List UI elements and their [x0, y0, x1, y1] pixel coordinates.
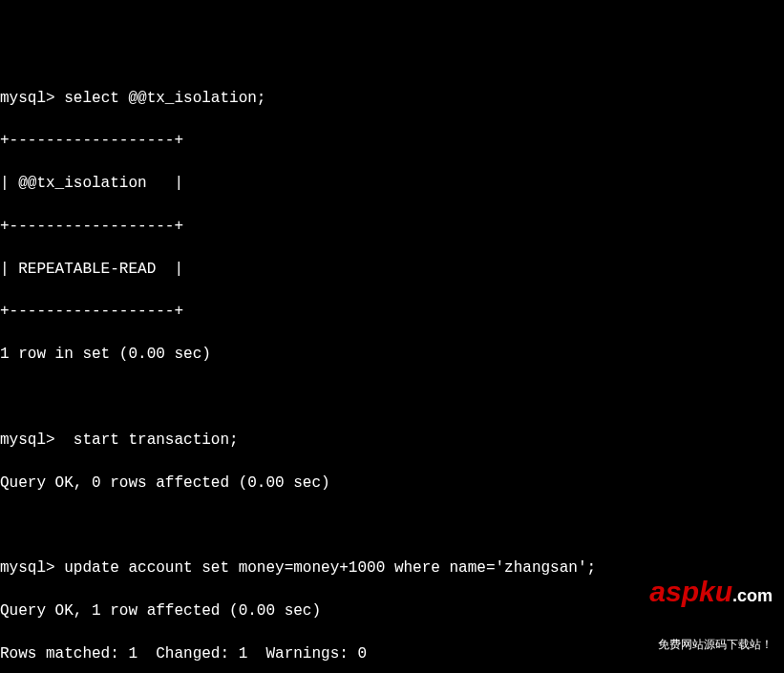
watermark: aspku.com 免费网站源码下载站！	[649, 547, 773, 665]
watermark-tagline: 免费网站源码下载站！	[649, 639, 773, 650]
result-line: Query OK, 0 rows affected (0.00 sec)	[0, 473, 784, 494]
table-border: +------------------+	[0, 301, 784, 322]
terminal-line: mysql> start transaction;	[0, 430, 784, 451]
sql-command: select @@tx_isolation;	[64, 90, 265, 107]
sql-command: start transaction;	[64, 431, 238, 449]
table-border: +------------------+	[0, 216, 784, 237]
table-border: +------------------+	[0, 130, 784, 151]
prompt: mysql>	[0, 559, 55, 577]
sql-command: update account set money=money+1000 wher…	[64, 559, 596, 577]
table-row: | REPEATABLE-READ |	[0, 259, 784, 280]
blank-line	[0, 387, 784, 408]
table-header: | @@tx_isolation |	[0, 173, 784, 194]
prompt: mysql>	[0, 90, 55, 107]
watermark-brand: aspku.com	[649, 578, 773, 606]
terminal-line: mysql> select @@tx_isolation;	[0, 88, 784, 109]
blank-line	[0, 515, 784, 536]
result-line: 1 row in set (0.00 sec)	[0, 344, 784, 365]
prompt: mysql>	[0, 431, 55, 449]
